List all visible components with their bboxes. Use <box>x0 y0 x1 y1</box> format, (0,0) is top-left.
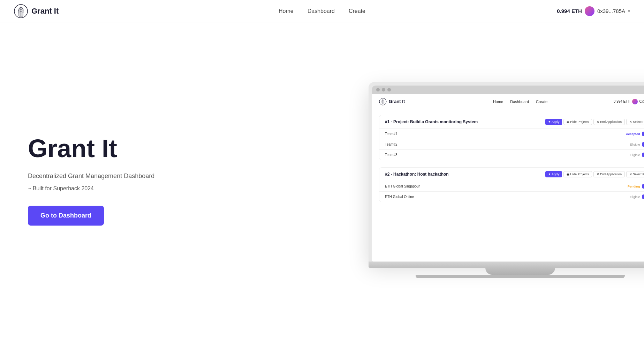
brand-logo-icon <box>14 4 28 18</box>
hero-section: Grant It Decentralized Grant Management … <box>0 22 644 338</box>
nav-dashboard[interactable]: Dashboard <box>308 8 335 14</box>
project-1-title: #1 - Project: Build a Grants monitoring … <box>385 119 478 124</box>
wallet-avatar <box>585 6 594 16</box>
main-navbar: Grant It Home Dashboard Create 0.994 ETH… <box>0 0 644 22</box>
nav-home[interactable]: Home <box>279 8 294 14</box>
team-5-status: Eligible <box>630 195 640 199</box>
inner-brand-logo-icon <box>379 98 387 105</box>
laptop-stand <box>485 268 555 275</box>
team-2-accept-button[interactable]: Accept <box>642 142 644 147</box>
team-4-name: ETH Global Singapour <box>385 184 420 188</box>
inner-brand: Grant It <box>379 98 405 105</box>
team-1-accept-button[interactable]: Accept <box>642 132 644 136</box>
team-4-status: Pending <box>628 185 640 188</box>
inner-wallet: 0.994 ETH 0x39...785A ▾ <box>614 99 644 104</box>
end-icon: ✕ <box>597 120 599 124</box>
wallet-address: 0x39...785A <box>597 8 625 14</box>
team-2-status: Eligible <box>630 143 640 146</box>
team-row-4: ETH Global Singapour Pending Accept <box>379 181 644 191</box>
project-2-select-button[interactable]: ✕ Select Proje... <box>626 171 644 177</box>
select-icon-2: ✕ <box>629 172 632 176</box>
inner-content: #1 - Project: Build a Grants monitoring … <box>372 109 644 215</box>
team-2-name: Team#2 <box>385 142 397 146</box>
wallet-info[interactable]: 0.994 ETH 0x39...785A ▾ <box>557 6 630 16</box>
hide-icon: ◉ <box>567 120 569 124</box>
team-row-2: Team#2 Eligible Accept <box>379 139 644 149</box>
laptop-mockup: Grant It Home Dashboard Create 0.994 ETH… <box>369 82 644 278</box>
project-1-hide-button[interactable]: ◉ Hide Projects <box>563 119 592 125</box>
team-3-right: Eligible Accept <box>630 153 644 157</box>
laptop-screen: Grant It Home Dashboard Create 0.994 ETH… <box>372 94 644 262</box>
team-4-right: Pending Accept <box>628 184 644 189</box>
laptop-screen-wrapper: Grant It Home Dashboard Create 0.994 ETH… <box>369 82 644 262</box>
hero-subtitle: Decentralized Grant Management Dashboard <box>28 172 202 180</box>
team-5-accept-button[interactable]: Accept <box>642 194 644 199</box>
hero-built-for: ~ Built for Superhack 2024 <box>28 185 202 192</box>
project-1-actions: ✦ Apply ◉ Hide Projects ✕ <box>545 119 644 125</box>
brand[interactable]: Grant It <box>14 4 59 18</box>
topbar-dot-2 <box>382 88 385 91</box>
team-1-right: Accepted Accept <box>626 132 644 136</box>
project-2-header: #2 - Hackathon: Host hackathon ✦ Apply ◉… <box>379 168 644 181</box>
project-2-end-button[interactable]: ✕ End Application <box>593 171 625 177</box>
apply-icon: ✦ <box>548 120 551 124</box>
team-1-status: Accepted <box>626 132 640 136</box>
team-5-right: Eligible Accept <box>630 194 644 199</box>
team-row-1: Team#1 Accepted Accept <box>379 128 644 139</box>
inner-wallet-address: 0x39...785A <box>639 100 644 103</box>
laptop-base <box>369 262 644 268</box>
team-5-name: ETH Global Online <box>385 195 414 199</box>
inner-nav-create: Create <box>536 100 547 104</box>
go-to-dashboard-button[interactable]: Go to Dashboard <box>28 206 104 226</box>
team-1-name: Team#1 <box>385 132 397 136</box>
hero-title: Grant It <box>28 135 202 162</box>
hide-icon-2: ◉ <box>567 172 569 176</box>
team-3-accept-button[interactable]: Accept <box>642 153 644 157</box>
project-1-header: #1 - Project: Build a Grants monitoring … <box>379 115 644 128</box>
inner-brand-name: Grant It <box>389 99 405 104</box>
laptop-topbar <box>372 86 644 94</box>
inner-nav-links: Home Dashboard Create <box>493 100 547 104</box>
select-icon: ✕ <box>629 120 632 124</box>
project-section-2: #2 - Hackathon: Host hackathon ✦ Apply ◉… <box>379 167 644 202</box>
project-2-title: #2 - Hackathon: Host hackathon <box>385 172 449 177</box>
wallet-eth-amount: 0.994 ETH <box>557 8 582 14</box>
inner-navbar: Grant It Home Dashboard Create 0.994 ETH… <box>372 94 644 109</box>
project-1-apply-button[interactable]: ✦ Apply <box>545 119 562 125</box>
project-1-select-button[interactable]: ✕ Select Proje... <box>626 119 644 125</box>
team-row-3: Team#3 Eligible Accept <box>379 149 644 160</box>
project-1-end-button[interactable]: ✕ End Application <box>593 119 625 125</box>
team-4-accept-button[interactable]: Accept <box>642 184 644 189</box>
project-section-1: #1 - Project: Build a Grants monitoring … <box>379 115 644 160</box>
team-2-right: Eligible Accept <box>630 142 644 147</box>
inner-wallet-avatar <box>632 99 638 104</box>
nav-create[interactable]: Create <box>349 8 365 14</box>
topbar-dot-1 <box>376 88 380 91</box>
hero-content: Grant It Decentralized Grant Management … <box>28 135 202 225</box>
inner-wallet-eth: 0.994 ETH <box>614 100 630 103</box>
inner-nav-home: Home <box>493 100 503 104</box>
inner-app: Grant It Home Dashboard Create 0.994 ETH… <box>372 94 644 215</box>
topbar-dot-3 <box>387 88 391 91</box>
end-icon-2: ✕ <box>597 172 599 176</box>
team-row-5: ETH Global Online Eligible Accept <box>379 191 644 202</box>
project-2-hide-button[interactable]: ◉ Hide Projects <box>563 171 592 177</box>
project-2-actions: ✦ Apply ◉ Hide Projects ✕ <box>545 171 644 177</box>
svg-point-2 <box>19 16 23 17</box>
laptop-foot <box>416 275 625 278</box>
team-3-status: Eligible <box>630 153 640 157</box>
nav-links: Home Dashboard Create <box>279 8 365 14</box>
wallet-chevron-icon: ▾ <box>628 9 630 14</box>
brand-name: Grant It <box>31 7 59 16</box>
project-2-apply-button[interactable]: ✦ Apply <box>545 171 562 177</box>
team-3-name: Team#3 <box>385 153 397 157</box>
apply-icon-2: ✦ <box>548 172 551 176</box>
inner-nav-dashboard: Dashboard <box>510 100 529 104</box>
